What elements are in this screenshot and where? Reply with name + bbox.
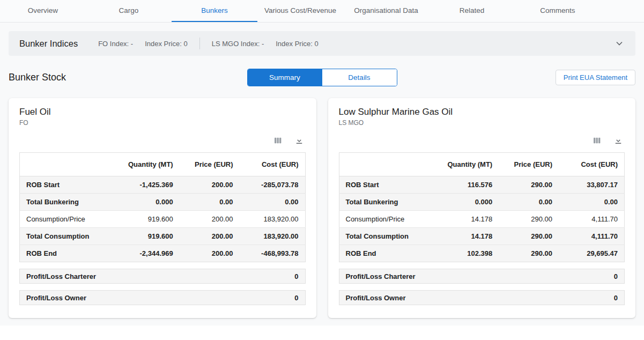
header-quantity: Quantity (MT)	[425, 153, 499, 176]
profit-loss-label: Profit/Loss Owner	[26, 294, 86, 302]
price-cell: 200.00	[180, 211, 240, 228]
table-row-consumption-price: Consumption/Price 14.178 290.00 4,111.70	[339, 211, 625, 228]
details-toggle-button[interactable]: Details	[322, 69, 397, 86]
view-toggle: Summary Details	[247, 69, 397, 86]
card-title: Low Sulphur Marine Gas Oil	[339, 107, 625, 117]
cost-cell: 33,807.17	[559, 176, 625, 194]
chevron-down-icon[interactable]	[614, 38, 625, 49]
quantity-cell: 14.178	[425, 211, 499, 228]
table-row-total-bunkering: Total Bunkering 0.000 0.00 0.00	[339, 194, 625, 211]
header-cost: Cost (EUR)	[559, 153, 625, 176]
cost-cell: 183,920.00	[240, 228, 306, 245]
ls-mgo-card: Low Sulphur Marine Gas Oil LS MGO Quanti…	[328, 98, 636, 318]
price-cell: 0.00	[180, 194, 240, 211]
print-eua-statement-button[interactable]: Print EUA Statement	[556, 70, 635, 85]
price-cell: 290.00	[499, 245, 559, 262]
tab-cargo[interactable]: Cargo	[86, 0, 172, 22]
profit-loss-label: Profit/Loss Charterer	[346, 272, 416, 280]
table-row-rob-start: ROB Start 116.576 290.00 33,807.17	[339, 176, 625, 194]
price-cell: 290.00	[499, 211, 559, 228]
cost-cell: -468,993.78	[240, 245, 306, 262]
row-label: Total Bunkering	[20, 194, 106, 211]
header-empty	[339, 153, 425, 176]
bunker-cards: Fuel Oil FO Quantity (MT) Price (EUR)	[9, 98, 635, 318]
profit-loss-value: 0	[614, 294, 618, 302]
profit-loss-charterer-row: Profit/Loss Charterer 0	[339, 269, 625, 284]
quantity-cell: -2,344.969	[105, 245, 179, 262]
table-row-consumption-price: Consumption/Price 919.600 200.00 183,920…	[20, 211, 306, 228]
summary-toggle-button[interactable]: Summary	[248, 69, 322, 86]
price-cell: 0.00	[499, 194, 559, 211]
bunker-stock-toolbar: Bunker Stock Summary Details Print EUA S…	[9, 69, 635, 86]
profit-loss-charterer-row: Profit/Loss Charterer 0	[19, 269, 306, 284]
cost-cell: -285,073.78	[240, 176, 306, 194]
header-quantity: Quantity (MT)	[105, 153, 179, 176]
table-row-total-consumption: Total Consumption 919.600 200.00 183,920…	[20, 228, 306, 245]
bunker-indices-bar[interactable]: Bunker Indices FO Index: - Index Price: …	[9, 31, 635, 56]
row-label: Consumption/Price	[20, 211, 106, 228]
header-price: Price (EUR)	[499, 153, 559, 176]
table-row-rob-start: ROB Start -1,425.369 200.00 -285,073.78	[20, 176, 306, 194]
quantity-cell: 0.000	[105, 194, 179, 211]
quantity-cell: 116.576	[425, 176, 499, 194]
quantity-cell: -1,425.369	[105, 176, 179, 194]
profit-loss-owner-row: Profit/Loss Owner 0	[19, 290, 306, 305]
download-icon[interactable]	[613, 135, 624, 146]
fo-index-price: Index Price: 0	[145, 40, 188, 48]
header-cost: Cost (EUR)	[240, 153, 306, 176]
price-cell: 200.00	[180, 245, 240, 262]
cost-cell: 0.00	[559, 194, 625, 211]
row-label: Total Bunkering	[339, 194, 425, 211]
row-label: Total Consumption	[20, 228, 106, 245]
tab-overview[interactable]: Overview	[0, 0, 86, 22]
tab-bunkers[interactable]: Bunkers	[172, 0, 257, 22]
profit-loss-value: 0	[294, 294, 298, 302]
page-title: Bunker Stock	[9, 72, 66, 83]
profit-loss-label: Profit/Loss Owner	[346, 294, 406, 302]
price-cell: 200.00	[180, 228, 240, 245]
row-label: ROB Start	[339, 176, 425, 194]
price-cell: 290.00	[499, 176, 559, 194]
row-label: ROB End	[20, 245, 106, 262]
table-row-rob-end: ROB End -2,344.969 200.00 -468,993.78	[20, 245, 306, 262]
price-cell: 200.00	[180, 176, 240, 194]
profit-loss-owner-row: Profit/Loss Owner 0	[339, 290, 625, 305]
tab-related[interactable]: Related	[429, 0, 515, 22]
ls-mgo-index-price: Index Price: 0	[276, 40, 319, 48]
tab-various-cost-revenue[interactable]: Various Cost/Revenue	[257, 0, 343, 22]
quantity-cell: 919.600	[105, 228, 179, 245]
fuel-oil-card: Fuel Oil FO Quantity (MT) Price (EUR)	[9, 98, 316, 318]
row-label: Consumption/Price	[339, 211, 425, 228]
header-price: Price (EUR)	[180, 153, 240, 176]
cost-cell: 183,920.00	[240, 211, 306, 228]
quantity-cell: 0.000	[425, 194, 499, 211]
table-row-total-bunkering: Total Bunkering 0.000 0.00 0.00	[20, 194, 306, 211]
quantity-cell: 919.600	[105, 211, 179, 228]
card-subtitle: FO	[19, 119, 306, 127]
quantity-cell: 14.178	[425, 228, 499, 245]
card-title: Fuel Oil	[19, 107, 306, 117]
table-row-total-consumption: Total Consumption 14.178 290.00 4,111.70	[339, 228, 625, 245]
profit-loss-value: 0	[614, 272, 618, 280]
cost-cell: 4,111.70	[559, 211, 625, 228]
price-cell: 290.00	[499, 228, 559, 245]
header-empty	[20, 153, 106, 176]
columns-icon[interactable]	[591, 135, 602, 146]
columns-icon[interactable]	[272, 135, 283, 146]
indices-divider	[199, 38, 200, 49]
download-icon[interactable]	[294, 135, 305, 146]
row-label: ROB Start	[20, 176, 106, 194]
quantity-cell: 102.398	[425, 245, 499, 262]
tab-comments[interactable]: Comments	[515, 0, 601, 22]
table-row-rob-end: ROB End 102.398 290.00 29,695.47	[339, 245, 625, 262]
ls-mgo-table: Quantity (MT) Price (EUR) Cost (EUR) ROB…	[339, 152, 625, 262]
bunker-indices-title: Bunker Indices	[19, 39, 78, 49]
profit-loss-label: Profit/Loss Charterer	[26, 272, 96, 280]
tab-organisational-data[interactable]: Organisational Data	[343, 0, 429, 22]
profit-loss-value: 0	[294, 272, 298, 280]
ls-mgo-index-value: LS MGO Index: -	[212, 40, 264, 48]
cost-cell: 0.00	[240, 194, 306, 211]
row-label: Total Consumption	[339, 228, 425, 245]
main-content: Bunker Indices FO Index: - Index Price: …	[0, 23, 644, 326]
fuel-oil-table: Quantity (MT) Price (EUR) Cost (EUR) ROB…	[19, 152, 306, 262]
